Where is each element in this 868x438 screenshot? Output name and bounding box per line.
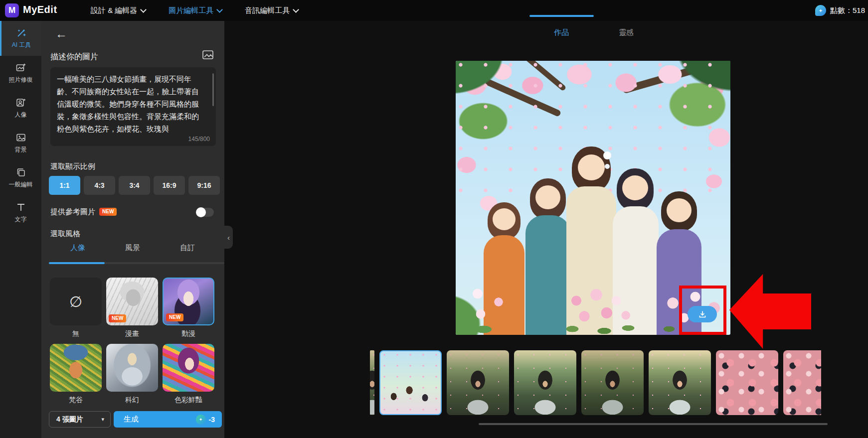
reference-toggle[interactable] <box>196 208 214 217</box>
magic-wand-icon <box>16 27 27 38</box>
nav-label: 圖片編輯工具 <box>169 6 213 15</box>
style-card-scifi[interactable]: 科幻 <box>106 344 158 405</box>
style-name: 漫畫 <box>106 329 158 338</box>
back-button[interactable]: ← <box>55 28 67 40</box>
rail-label: 一般編輯 <box>9 180 33 189</box>
thumbnail-scrollbar[interactable] <box>479 423 828 425</box>
style-name: 無 <box>50 329 102 338</box>
style-art-manga: NEW <box>106 278 158 325</box>
thumbnail-garden-portrait[interactable] <box>649 350 711 415</box>
prompt-input-wrapper: 一幅唯美的三八婦女節插畫，展現不同年齡、不同族裔的女性站在一起，臉上帶著自信溫暖… <box>50 67 216 146</box>
rail-item-general-edit[interactable]: 一般編輯 <box>0 160 41 195</box>
top-bar: M MyEdit 設計 & 編輯器 圖片編輯工具 音訊編輯工具 ✦ 點數：518 <box>0 0 868 21</box>
style-card-vangogh[interactable]: 梵谷 <box>50 344 102 405</box>
style-art-colorful <box>163 344 214 392</box>
rail-label: 文字 <box>15 215 27 224</box>
tab-works[interactable]: 作品 <box>541 28 581 37</box>
flower-art <box>460 280 520 335</box>
char-counter: 145/800 <box>188 136 210 143</box>
rail-item-portrait[interactable]: 人像 <box>0 91 41 126</box>
nav-label: 音訊編輯工具 <box>245 6 290 15</box>
generate-label: 生成 <box>124 415 139 424</box>
nav-audio-tools[interactable]: 音訊編輯工具 <box>245 6 298 15</box>
new-badge: NEW <box>166 313 183 321</box>
generate-button[interactable]: 生成 ✦ -3 <box>114 411 222 428</box>
style-art-scifi <box>106 344 158 392</box>
panel-collapse-handle[interactable]: ‹ <box>224 226 233 249</box>
thumbnail-garden-portrait[interactable] <box>447 350 509 415</box>
style-art-anime: NEW <box>163 278 214 325</box>
ratio-9-16-button[interactable]: 9:16 <box>188 176 220 195</box>
main-nav: 設計 & 編輯器 圖片編輯工具 音訊編輯工具 <box>91 0 298 21</box>
ratio-section-label: 選取顯示比例 <box>50 162 95 171</box>
myedit-logo-icon[interactable]: M <box>5 3 19 17</box>
style-tab-track <box>49 262 224 264</box>
style-tab-landscape[interactable]: 風景 <box>105 243 160 259</box>
hair-flower-art <box>603 151 611 159</box>
style-card-anime[interactable]: NEW 動漫 <box>163 278 214 338</box>
rail-item-text[interactable]: 文字 <box>0 195 41 230</box>
style-tabs: 人像 風景 自訂 <box>50 243 216 259</box>
photo-restore-icon <box>15 62 26 73</box>
thumbnail-floral-pattern-cut[interactable] <box>783 350 821 415</box>
thumbnail-garden-portrait[interactable] <box>514 350 576 415</box>
rail-label: 背景 <box>15 146 27 154</box>
portrait-icon <box>15 97 26 108</box>
thumbnail-anime-group[interactable] <box>379 350 442 415</box>
textarea-scrollbar[interactable] <box>212 73 214 106</box>
nav-label: 設計 & 編輯器 <box>91 6 137 15</box>
ratio-3-4-button[interactable]: 3:4 <box>119 176 150 195</box>
rail-item-photo-restore[interactable]: 照片修復 <box>0 56 41 91</box>
points-label: 點數：518 <box>830 6 865 15</box>
style-name: 動漫 <box>163 329 214 338</box>
app-window: M MyEdit 設計 & 編輯器 圖片編輯工具 音訊編輯工具 ✦ 點數：518 <box>0 0 868 438</box>
style-tab-portrait[interactable]: 人像 <box>50 243 105 259</box>
nav-design-editor[interactable]: 設計 & 編輯器 <box>91 6 146 15</box>
style-card-colorful[interactable]: 色彩鮮豔 <box>163 344 214 405</box>
style-card-none[interactable]: ∅ 無 <box>50 278 102 338</box>
caret-down-icon: ▾ <box>101 416 104 423</box>
style-tab-custom[interactable]: 自訂 <box>160 243 215 259</box>
background-icon <box>15 132 26 143</box>
nav-image-tools[interactable]: 圖片編輯工具 <box>169 6 222 15</box>
brand-title[interactable]: MyEdit <box>23 4 57 15</box>
text-icon <box>15 202 26 213</box>
thumbnail-garden-portrait[interactable] <box>581 350 644 415</box>
rail-item-ai-tools[interactable]: AI 工具 <box>0 21 41 56</box>
style-tab-indicator <box>49 262 105 264</box>
active-tab-indicator <box>529 15 594 17</box>
prompt-section-label: 描述你的圖片 <box>50 52 98 62</box>
general-edit-icon <box>15 167 26 178</box>
reference-image-row: 提供參考圖片NEW <box>50 207 216 218</box>
reference-label: 提供參考圖片 <box>50 207 95 216</box>
new-badge: NEW <box>109 314 126 322</box>
style-art-none: ∅ <box>50 278 102 325</box>
style-card-manga[interactable]: NEW 漫畫 <box>106 278 158 338</box>
prompt-textarea[interactable]: 一幅唯美的三八婦女節插畫，展現不同年齡、不同族裔的女性站在一起，臉上帶著自信溫暖… <box>50 67 216 146</box>
thumbnail-partial-left[interactable] <box>370 350 374 415</box>
new-badge: NEW <box>99 208 117 216</box>
chevron-down-icon <box>293 6 299 13</box>
rail-label: 照片修復 <box>9 76 33 84</box>
toggle-knob <box>196 207 206 217</box>
tab-inspiration[interactable]: 靈感 <box>606 28 646 37</box>
coin-icon: ✦ <box>815 5 826 16</box>
thumbnail-floral-pattern[interactable] <box>716 350 778 415</box>
annotation-highlight-box <box>679 286 726 335</box>
rail-label: AI 工具 <box>12 41 31 49</box>
image-count-dropdown[interactable]: 4 張圖片 ▾ <box>49 411 111 428</box>
style-name: 梵谷 <box>50 396 102 405</box>
ratio-4-3-button[interactable]: 4:3 <box>84 176 115 195</box>
generator-panel: ← 描述你的圖片 一幅唯美的三八婦女節插畫，展現不同年齡、不同族裔的女性站在一起… <box>41 21 224 438</box>
ratio-1-1-button[interactable]: 1:1 <box>49 176 80 195</box>
image-count-value: 4 張圖片 <box>56 415 83 424</box>
annotation-arrow-left <box>729 274 811 349</box>
ratio-16-9-button[interactable]: 16:9 <box>154 176 185 195</box>
image-to-prompt-icon[interactable] <box>202 50 214 62</box>
coin-icon: ✦ <box>196 415 206 425</box>
points-balance[interactable]: ✦ 點數：518 <box>815 0 865 21</box>
generate-cost: -3 <box>209 416 215 424</box>
none-icon: ∅ <box>50 278 102 325</box>
rail-item-background[interactable]: 背景 <box>0 126 41 160</box>
bouquet-art <box>560 286 640 335</box>
